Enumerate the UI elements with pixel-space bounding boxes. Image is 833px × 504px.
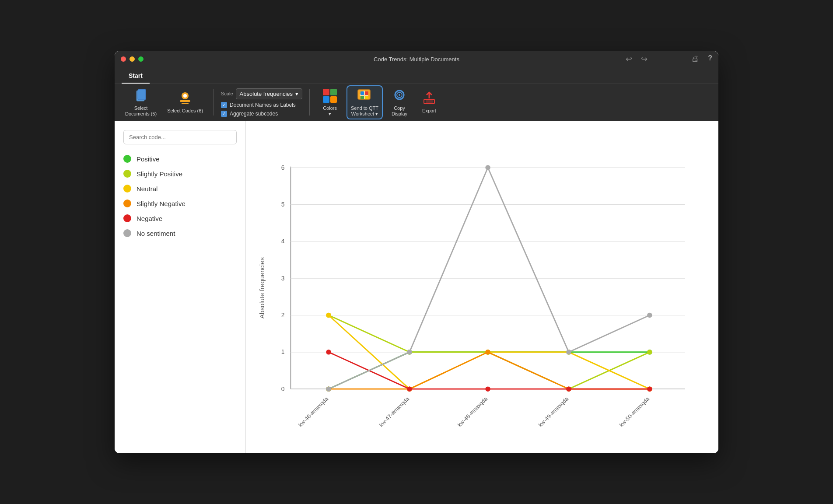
close-button[interactable] [121,56,126,62]
legend-item-slightly-positive: Slightly Positive [123,170,237,178]
select-documents-label: Select Documents (5) [125,105,157,117]
svg-rect-14 [360,96,364,99]
redo-button[interactable]: ↪ [641,54,648,64]
y-tick-3: 3 [281,275,285,282]
svg-rect-6 [323,89,329,95]
colors-label: Colors▾ [323,105,337,117]
svg-rect-9 [330,96,337,103]
x-label-3: kw-49-#maxqda [537,395,570,428]
y-tick-0: 0 [281,385,285,392]
scale-value: Absolute frequencies [240,91,293,97]
dot-sn-2 [485,350,490,355]
maximize-button[interactable] [138,56,144,62]
window-title: Code Trends: Multiple Documents [374,56,459,63]
no-sentiment-label: No sentiment [136,230,175,237]
print-button[interactable]: 🖨 [691,54,699,64]
titlebar-actions: ↩ ↪ 🖨 ? [626,54,712,64]
colors-button[interactable]: Colors▾ [317,86,343,119]
svg-rect-19 [399,90,400,91]
send-qtt-button[interactable]: Send to QTTWorksheet ▾ [346,85,383,119]
doc-names-row: ✓ Document Names as Labels [221,102,302,108]
titlebar: Code Trends: Multiple Documents ↩ ↪ 🖨 ? [115,51,718,67]
line-slightly-negative [329,352,650,389]
y-tick-6: 6 [281,164,285,171]
dot-ns-4 [647,313,652,318]
select-documents-icon [133,88,149,104]
svg-rect-15 [365,96,368,99]
send-qtt-label: Send to QTTWorksheet ▾ [351,105,378,117]
scale-chevron-icon: ▾ [295,91,298,97]
neutral-label: Neutral [136,185,158,192]
slightly-negative-label: Slightly Negative [136,200,186,207]
svg-rect-1 [138,89,146,100]
negative-dot [123,214,131,222]
legend-item-neutral: Neutral [123,185,237,192]
scale-label: Scale [221,91,233,96]
undo-button[interactable]: ↩ [626,54,632,64]
svg-rect-4 [180,100,190,102]
export-label: Export [422,108,436,114]
dot-ns-0 [326,386,331,392]
y-axis-label: Absolute frequencies [258,257,266,318]
select-codes-icon [177,91,193,106]
export-button[interactable]: Export [416,89,442,116]
content-area: Positive Slightly Positive Neutral Sligh… [115,121,718,453]
copy-display-button[interactable]: CopyDisplay [386,86,413,119]
chart-container: Absolute frequencies 0 1 2 3 4 5 [246,121,718,453]
svg-rect-13 [365,91,368,95]
select-codes-label: Select Codes (6) [167,108,203,114]
aggregate-checkbox[interactable]: ✓ [221,111,227,117]
dot-ns-3 [566,350,571,355]
svg-point-3 [183,94,187,98]
negative-label: Negative [136,215,162,222]
scale-select[interactable]: Absolute frequencies ▾ [236,88,302,99]
search-input[interactable] [123,130,237,144]
send-qtt-icon [357,88,373,104]
export-icon [421,91,437,106]
slightly-positive-label: Slightly Positive [136,170,182,178]
tab-start[interactable]: Start [122,69,150,84]
y-tick-4: 4 [281,238,285,245]
legend-item-negative: Negative [123,214,237,222]
separator-1 [214,89,214,116]
tabs-bar: Start [115,67,718,84]
minimize-button[interactable] [130,56,135,62]
copy-display-label: CopyDisplay [392,105,407,117]
line-negative [329,352,650,389]
main-window: Code Trends: Multiple Documents ↩ ↪ 🖨 ? … [115,51,718,453]
legend-item-no-sentiment: No sentiment [123,229,237,237]
no-sentiment-dot [123,229,131,237]
select-codes-button[interactable]: Select Codes (6) [164,89,206,116]
positive-dot [123,155,131,163]
x-label-1: kw-47-#maxqda [378,395,411,428]
dot-sp-4 [647,350,652,355]
dot-neg-3 [566,386,571,392]
doc-names-checkbox[interactable]: ✓ [221,102,227,108]
svg-rect-5 [182,103,189,104]
dot-neg-4 [647,386,652,392]
slightly-positive-dot [123,170,131,178]
select-documents-button[interactable]: Select Documents (5) [122,86,160,119]
y-tick-2: 2 [281,312,285,318]
svg-rect-8 [323,96,329,103]
separator-2 [309,89,310,116]
x-label-4: kw-50-#maxqda [618,395,651,428]
aggregate-label: Aggregate subcodes [230,111,278,117]
dot-neg-2 [485,386,490,392]
copy-display-icon [392,88,407,104]
aggregate-row: ✓ Aggregate subcodes [221,111,302,117]
colors-icon [322,88,338,104]
legend-item-slightly-negative: Slightly Negative [123,200,237,207]
traffic-lights [121,56,144,62]
svg-point-18 [399,94,400,96]
x-label-2: kw-48-#maxqda [456,395,489,428]
dot-ns-1 [407,350,412,355]
y-tick-1: 1 [281,348,285,355]
line-positive [329,352,650,389]
legend-list: Positive Slightly Positive Neutral Sligh… [123,155,237,237]
slightly-negative-dot [123,200,131,207]
svg-rect-7 [330,89,337,95]
svg-rect-21 [426,100,433,103]
help-button[interactable]: ? [708,54,712,64]
neutral-dot [123,185,131,192]
